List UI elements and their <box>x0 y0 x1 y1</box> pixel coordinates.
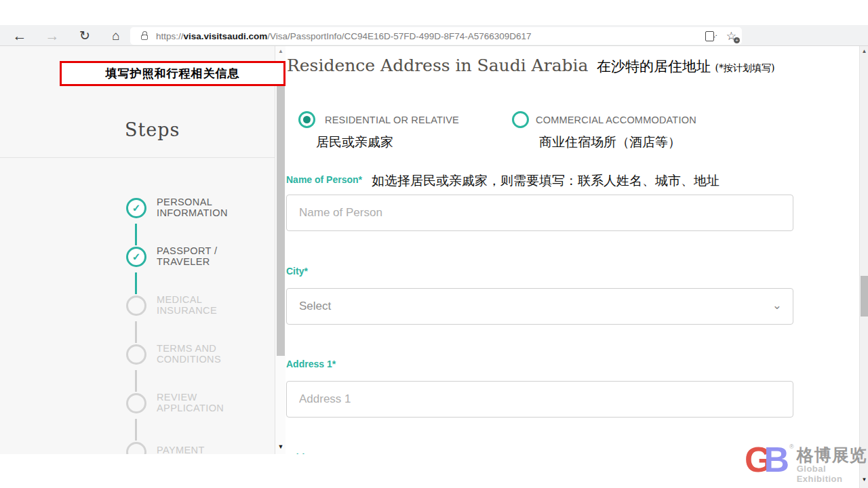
step-circle-terms-conditions <box>126 344 146 365</box>
url-path: /Visa/PassportInfo/CC94E16D-57FD-499D-8F… <box>267 31 531 41</box>
step-line1: REVIEW <box>157 392 197 403</box>
radio-residential[interactable] <box>298 111 315 128</box>
chevron-down-icon: ⌄ <box>772 298 782 312</box>
step-line2: INSURANCE <box>157 305 217 316</box>
name-of-person-note-zh: 如选择居民或亲戚家，则需要填写：联系人姓名、城市、地址 <box>372 174 719 188</box>
page-title: Residence Address in Saudi Arabia 在沙特的居住… <box>287 56 775 76</box>
registered-mark: ® <box>789 443 794 450</box>
url-text[interactable]: https://visa.visitsaudi.com/Visa/Passpor… <box>156 31 532 41</box>
form-content: Residence Address in Saudi Arabia 在沙特的居住… <box>285 46 859 454</box>
step-terms-conditions: TERMS ANDCONDITIONS <box>157 343 221 365</box>
step-circle-payment <box>126 442 146 454</box>
url-scheme: https:// <box>156 31 184 41</box>
forward-icon[interactable]: → <box>42 25 62 46</box>
step-circle-review-application <box>126 393 146 413</box>
url-host: visa.visitsaudi.com <box>184 31 268 41</box>
step-line2: CONDITIONS <box>157 354 221 365</box>
address2-label: Address 2* <box>286 452 336 454</box>
annotation-box: 填写护照和行程相关信息 <box>60 61 285 86</box>
tab-strip <box>0 0 868 25</box>
address1-input[interactable] <box>286 381 793 418</box>
divider <box>0 157 275 158</box>
add-badge-icon: + <box>734 37 740 43</box>
page-viewport: Steps ✓ PERSONALINFORMATION ✓ PASSPORT /… <box>0 46 859 454</box>
step-passport-traveler[interactable]: PASSPORT /TRAVELER <box>157 245 217 267</box>
logo-cn-text: 格博展览 <box>797 446 868 464</box>
address-bar[interactable]: https://visa.visitsaudi.com/Visa/Passpor… <box>130 27 742 45</box>
radio-residential-label[interactable]: RESIDENTIAL OR RELATIVE <box>325 115 459 125</box>
step-line1: MEDICAL <box>157 294 202 305</box>
label-text: Name of Person* <box>286 174 362 185</box>
radio-commercial-label[interactable]: COMMERCIAL ACCOMMODATION <box>536 115 696 125</box>
steps-sidebar: Steps ✓ PERSONALINFORMATION ✓ PASSPORT /… <box>0 46 275 454</box>
step-circle-medical-insurance <box>126 296 146 316</box>
radio-commercial[interactable] <box>512 111 529 128</box>
step-line1: PAYMENT <box>157 445 205 454</box>
browser-window: ← → ↻ ⌂ https://visa.visitsaudi.com/Visa… <box>0 0 868 488</box>
page-title-note: (*按计划填写) <box>715 62 775 73</box>
add-favorite-icon[interactable]: ☆+ <box>726 30 736 42</box>
page-scrollbar[interactable]: ▲ ▼ <box>859 46 868 488</box>
radio-residential-label-zh: 居民或亲戚家 <box>316 134 393 151</box>
title-zh-text: 在沙特的居住地址 <box>597 58 711 75</box>
logo-letter-b: B <box>764 442 789 477</box>
step-connector <box>135 370 137 392</box>
step-personal-information[interactable]: PERSONALINFORMATION <box>157 197 228 218</box>
step-connector <box>135 419 137 441</box>
scrollbar-thumb[interactable] <box>861 276 868 317</box>
scroll-up-icon[interactable]: ▲ <box>860 48 868 54</box>
step-review-application: REVIEWAPPLICATION <box>157 392 224 413</box>
step-check-personal-information: ✓ <box>126 198 146 218</box>
annotation-text: 填写护照和行程相关信息 <box>106 66 240 81</box>
sidebar-scrollbar[interactable]: ▲ ▼ <box>275 46 285 454</box>
name-of-person-input[interactable] <box>286 195 793 231</box>
city-select-value: Select <box>299 300 331 313</box>
page-title-zh: 在沙特的居住地址 (*按计划填写) <box>597 58 775 75</box>
logo-en-text: Global Exhibition <box>797 464 868 484</box>
step-line2: APPLICATION <box>157 403 224 413</box>
step-connector <box>135 272 137 294</box>
step-line2: TRAVELER <box>157 256 210 267</box>
browser-toolbar: ← → ↻ ⌂ https://visa.visitsaudi.com/Visa… <box>0 25 868 46</box>
scroll-up-icon[interactable]: ▲ <box>275 48 286 54</box>
watermark-logo: G B ® 格博展览 Global Exhibition <box>745 442 868 484</box>
home-icon[interactable]: ⌂ <box>106 25 126 46</box>
address1-label: Address 1* <box>286 359 336 369</box>
step-line1: PERSONAL <box>157 197 212 207</box>
step-connector <box>135 224 137 245</box>
name-of-person-label: Name of Person*如选择居民或亲戚家，则需要填写：联系人姓名、城市、… <box>286 172 719 190</box>
step-line1: PASSPORT / <box>157 245 217 256</box>
back-icon[interactable]: ← <box>9 25 30 46</box>
step-payment: PAYMENT <box>157 445 205 454</box>
step-check-passport-traveler: ✓ <box>126 247 146 267</box>
city-label: City* <box>286 266 308 277</box>
scroll-down-icon[interactable]: ▼ <box>275 443 286 450</box>
step-line2: INFORMATION <box>157 207 228 218</box>
scrollbar-thumb[interactable] <box>277 63 285 356</box>
step-line1: TERMS AND <box>157 343 216 354</box>
radio-commercial-label-zh: 商业住宿场所（酒店等） <box>539 134 681 151</box>
step-medical-insurance: MEDICALINSURANCE <box>157 294 217 316</box>
read-aloud-icon[interactable] <box>705 31 714 41</box>
lock-icon <box>141 35 148 40</box>
step-connector <box>135 321 137 343</box>
city-select[interactable]: Select ⌄ <box>286 288 793 325</box>
steps-heading: Steps <box>125 119 180 140</box>
page-title-en: Residence Address in Saudi Arabia <box>287 56 588 75</box>
refresh-icon[interactable]: ↻ <box>75 25 95 46</box>
